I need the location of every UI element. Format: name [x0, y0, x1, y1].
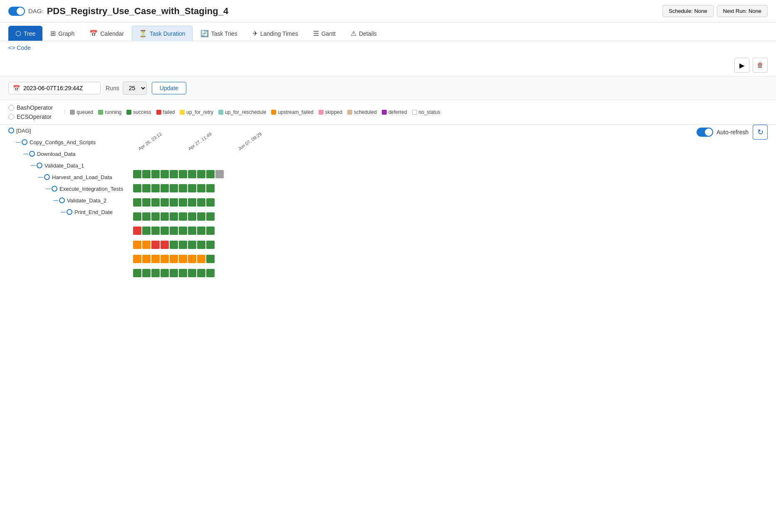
status-square[interactable] — [133, 170, 141, 178]
status-square[interactable] — [151, 241, 160, 249]
next-run-button[interactable]: Next Run: None — [717, 5, 768, 17]
status-square[interactable] — [151, 170, 160, 178]
status-square[interactable] — [151, 184, 160, 192]
status-square[interactable] — [197, 212, 205, 221]
status-square[interactable] — [206, 227, 215, 235]
status-square[interactable] — [197, 227, 205, 235]
tab-details[interactable]: ⚠ Details — [344, 26, 384, 41]
status-square[interactable] — [188, 198, 196, 207]
status-square[interactable] — [161, 212, 169, 221]
dag-toggle[interactable] — [8, 7, 25, 16]
status-square[interactable] — [197, 241, 205, 249]
tree-row[interactable]: Print_End_Date — [8, 206, 133, 218]
status-square[interactable] — [151, 212, 160, 221]
status-square[interactable] — [133, 184, 141, 192]
run-button[interactable]: ▶ — [734, 58, 749, 73]
status-square[interactable] — [151, 198, 160, 207]
status-square[interactable] — [197, 198, 205, 207]
refresh-button[interactable]: ↻ — [753, 125, 768, 140]
status-square[interactable] — [151, 227, 160, 235]
status-square[interactable] — [179, 184, 187, 192]
tab-task-duration[interactable]: ⏳ Task Duration — [132, 26, 193, 41]
tab-gantt[interactable]: ☰ Gantt — [306, 26, 343, 41]
status-square[interactable] — [188, 269, 196, 277]
tab-task-tries[interactable]: 🔄 Task Tries — [193, 26, 245, 41]
status-square[interactable] — [142, 227, 151, 235]
tree-row[interactable]: Harvest_and_Load_Data — [8, 171, 133, 183]
status-square[interactable] — [179, 241, 187, 249]
status-square[interactable] — [161, 227, 169, 235]
status-square[interactable] — [142, 241, 151, 249]
status-square[interactable] — [161, 198, 169, 207]
status-square[interactable] — [188, 184, 196, 192]
status-square[interactable] — [133, 198, 141, 207]
status-square[interactable] — [133, 227, 141, 235]
tree-row[interactable]: [DAG] — [8, 125, 133, 136]
status-square[interactable] — [161, 255, 169, 263]
status-square[interactable] — [170, 212, 178, 221]
status-square[interactable] — [215, 170, 224, 178]
status-square[interactable] — [179, 227, 187, 235]
tree-row[interactable]: Copy_Configs_And_Scripts — [8, 136, 133, 148]
status-square[interactable] — [142, 212, 151, 221]
status-square[interactable] — [179, 269, 187, 277]
runs-select[interactable]: 25 10 50 — [123, 81, 147, 95]
tab-calendar[interactable]: 📅 Calendar — [82, 26, 131, 41]
delete-button[interactable]: 🗑 — [753, 58, 768, 73]
status-square[interactable] — [142, 198, 151, 207]
status-square[interactable] — [215, 269, 224, 277]
status-square[interactable] — [161, 170, 169, 178]
status-square[interactable] — [179, 198, 187, 207]
schedule-button[interactable]: Schedule: None — [662, 5, 714, 17]
status-square[interactable] — [151, 255, 160, 263]
status-square[interactable] — [170, 269, 178, 277]
update-button[interactable]: Update — [152, 82, 186, 94]
status-square[interactable] — [206, 241, 215, 249]
status-square[interactable] — [142, 269, 151, 277]
status-square[interactable] — [197, 269, 205, 277]
status-square[interactable] — [206, 255, 215, 263]
auto-refresh-toggle[interactable] — [697, 128, 713, 137]
status-square[interactable] — [206, 184, 215, 192]
status-square[interactable] — [179, 212, 187, 221]
status-square[interactable] — [161, 269, 169, 277]
tab-tree[interactable]: ⬡ Tree — [8, 26, 42, 41]
status-square[interactable] — [197, 255, 205, 263]
status-square[interactable] — [161, 241, 169, 249]
status-square[interactable] — [142, 255, 151, 263]
status-square[interactable] — [170, 170, 178, 178]
tab-landing-times[interactable]: ✈ Landing Times — [245, 26, 305, 41]
status-square[interactable] — [142, 170, 151, 178]
status-square[interactable] — [179, 255, 187, 263]
status-square[interactable] — [170, 198, 178, 207]
status-square[interactable] — [197, 184, 205, 192]
status-square[interactable] — [170, 227, 178, 235]
status-square[interactable] — [161, 184, 169, 192]
status-square[interactable] — [188, 227, 196, 235]
status-square[interactable] — [206, 170, 215, 178]
tab-graph[interactable]: ⊞ Graph — [43, 26, 82, 41]
status-square[interactable] — [179, 170, 187, 178]
status-square[interactable] — [142, 184, 151, 192]
status-square[interactable] — [188, 255, 196, 263]
status-square[interactable] — [170, 255, 178, 263]
status-square[interactable] — [151, 269, 160, 277]
code-link[interactable]: <> Code — [8, 44, 768, 51]
status-square[interactable] — [206, 212, 215, 221]
status-square[interactable] — [188, 170, 196, 178]
status-square[interactable] — [215, 241, 224, 249]
status-square[interactable] — [215, 198, 224, 207]
status-square[interactable] — [215, 184, 224, 192]
date-input[interactable]: 2023-06-07T16:29:44Z — [23, 85, 96, 91]
status-square[interactable] — [133, 212, 141, 221]
tree-row[interactable]: Validate_Data_1 — [8, 160, 133, 171]
status-square[interactable] — [188, 212, 196, 221]
status-square[interactable] — [215, 212, 224, 221]
tree-row[interactable]: Download_Data — [8, 148, 133, 160]
status-square[interactable] — [215, 227, 224, 235]
status-square[interactable] — [188, 241, 196, 249]
status-square[interactable] — [197, 170, 205, 178]
status-square[interactable] — [206, 198, 215, 207]
status-square[interactable] — [215, 255, 224, 263]
status-square[interactable] — [170, 241, 178, 249]
